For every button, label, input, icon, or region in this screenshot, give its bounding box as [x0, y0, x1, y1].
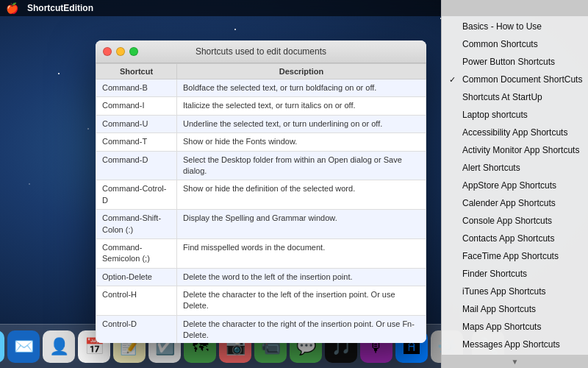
- dropdown-item[interactable]: Alert Shortcuts: [442, 159, 588, 177]
- shortcut-desc-cell: Delete the character to the left of the …: [177, 286, 426, 316]
- dropdown-item[interactable]: AppStore App Shortcuts: [442, 177, 588, 194]
- col-shortcut-header: Shortcut: [96, 64, 177, 79]
- dock-icon-mail[interactable]: ✉️: [7, 330, 40, 363]
- shortcut-key-cell: Command-D: [96, 151, 177, 180]
- dropdown-item[interactable]: Accessibility App Shortcuts: [442, 124, 588, 141]
- window-controls: [103, 47, 138, 56]
- shortcut-desc-cell: Boldface the selected text, or turn bold…: [177, 79, 426, 97]
- dropdown-menu: Basics - How to UseCommon ShortcutsPower…: [441, 0, 588, 368]
- table-row: Command-Shift-Colon (:)Display the Spell…: [96, 210, 426, 239]
- dropdown-item[interactable]: Messages App Shortcuts: [442, 336, 588, 353]
- dock-icon-contacts[interactable]: 👤: [43, 330, 75, 363]
- dialog-content[interactable]: Shortcut Description Command-BBoldface t…: [96, 63, 426, 343]
- dropdown-item[interactable]: Calender App Shortcuts: [442, 194, 588, 212]
- shortcut-desc-cell: Underline the selected text, or turn und…: [177, 115, 426, 132]
- dropdown-header: [442, 0, 588, 16]
- minimize-button[interactable]: [116, 47, 125, 56]
- maximize-button[interactable]: [129, 47, 138, 56]
- dropdown-item[interactable]: Activity Monitor App Shortcuts: [442, 141, 588, 159]
- dropdown-item[interactable]: Finder Shortcuts: [442, 265, 588, 283]
- dropdown-item[interactable]: Contacts App Shortcuts: [442, 230, 588, 247]
- shortcut-key-cell: Command-U: [96, 115, 177, 132]
- col-description-header: Description: [177, 64, 426, 79]
- table-row: Command-IItalicize the selected text, or…: [96, 97, 426, 115]
- dropdown-items[interactable]: Basics - How to UseCommon ShortcutsPower…: [442, 16, 588, 355]
- table-row: Command-UUnderline the selected text, or…: [96, 115, 426, 132]
- close-button[interactable]: [103, 47, 112, 56]
- dropdown-item[interactable]: Common Document ShortCuts: [442, 71, 588, 88]
- table-row: Command-TShow or hide the Fonts window.: [96, 133, 426, 151]
- dropdown-item[interactable]: Console App Shortcuts: [442, 212, 588, 230]
- shortcuts-dialog: Shortcuts used to edit documents Shortcu…: [96, 40, 426, 343]
- shortcuts-table: Shortcut Description Command-BBoldface t…: [96, 63, 426, 343]
- table-row: Command-DSelect the Desktop folder from …: [96, 151, 426, 180]
- shortcut-desc-cell: Select the Desktop folder from within an…: [177, 151, 426, 180]
- apple-menu[interactable]: 🍎: [6, 2, 18, 14]
- dialog-titlebar: Shortcuts used to edit documents: [96, 40, 426, 63]
- dialog-title: Shortcuts used to edit documents: [196, 46, 326, 57]
- shortcut-desc-cell: Find misspelled words in the document.: [177, 238, 426, 268]
- dropdown-item[interactable]: Shortcuts At StartUp: [442, 88, 588, 106]
- dropdown-item[interactable]: Power Button Shortcuts: [442, 53, 588, 71]
- dropdown-item[interactable]: FaceTime App Shortcuts: [442, 247, 588, 265]
- dropdown-item[interactable]: Common Shortcuts: [442, 35, 588, 53]
- table-row: Command-Cotrol-DShow or hide the definit…: [96, 180, 426, 210]
- dropdown-item[interactable]: iTunes App Shortcuts: [442, 283, 588, 300]
- shortcut-desc-cell: Delete the character to the right of the…: [177, 315, 426, 343]
- shortcut-key-cell: Command-Semicolon (;): [96, 238, 177, 268]
- dropdown-item[interactable]: Maps App Shortcuts: [442, 318, 588, 336]
- shortcut-desc-cell: Show or hide the definition of the selec…: [177, 180, 426, 210]
- dropdown-item[interactable]: Laptop shortcuts: [442, 106, 588, 124]
- shortcut-key-cell: Command-I: [96, 97, 177, 115]
- table-row: Option-DeleteDelete the word to the left…: [96, 268, 426, 286]
- dropdown-item[interactable]: Basics - How to Use: [442, 18, 588, 35]
- shortcut-key-cell: Command-T: [96, 133, 177, 151]
- shortcut-key-cell: Option-Delete: [96, 268, 177, 286]
- shortcut-desc-cell: Italicize the selected text, or turn ita…: [177, 97, 426, 115]
- shortcut-desc-cell: Display the Spelling and Grammar window.: [177, 210, 426, 239]
- desktop: 🍎 ShortcutEdition 51% 📶 🔊 Fri 3:04 PM 🔍 …: [0, 0, 588, 368]
- dropdown-item[interactable]: Notes App Shortcuts: [442, 353, 588, 355]
- table-row: Command-BBoldface the selected text, or …: [96, 79, 426, 97]
- menubar-app-name[interactable]: ShortcutEdition: [27, 3, 93, 13]
- shortcut-desc-cell: Delete the word to the left of the inser…: [177, 268, 426, 286]
- shortcut-key-cell: Control-H: [96, 286, 177, 316]
- dropdown-item[interactable]: Mail App Shortcuts: [442, 300, 588, 318]
- table-row: Control-DDelete the character to the rig…: [96, 315, 426, 343]
- table-row: Command-Semicolon (;)Find misspelled wor…: [96, 238, 426, 268]
- menubar-left: 🍎 ShortcutEdition: [6, 2, 470, 14]
- dock-icon-safari[interactable]: 🌐: [0, 330, 4, 363]
- shortcut-key-cell: Command-B: [96, 79, 177, 97]
- scroll-down-indicator[interactable]: ▼: [442, 355, 588, 368]
- shortcut-key-cell: Command-Cotrol-D: [96, 180, 177, 210]
- table-row: Control-HDelete the character to the lef…: [96, 286, 426, 316]
- shortcut-desc-cell: Show or hide the Fonts window.: [177, 133, 426, 151]
- shortcut-key-cell: Control-D: [96, 315, 177, 343]
- shortcut-key-cell: Command-Shift-Colon (:): [96, 210, 177, 239]
